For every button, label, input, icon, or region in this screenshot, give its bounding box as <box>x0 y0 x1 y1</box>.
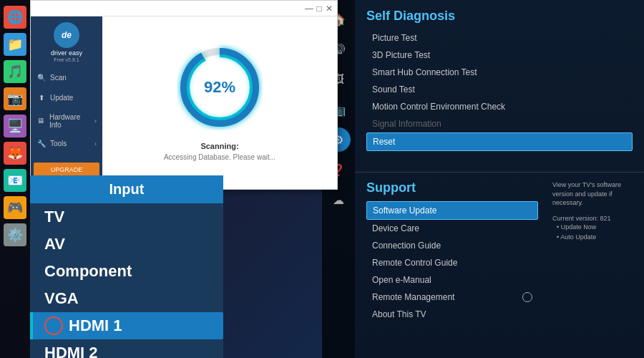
support-connection-guide[interactable]: Connection Guide <box>366 237 538 254</box>
diag-3d-test-label: 3D Picture Test <box>372 50 430 60</box>
support-software-update-label: Software Update <box>373 205 436 216</box>
close-button[interactable]: ✕ <box>324 4 334 14</box>
diag-3d-test[interactable]: 3D Picture Test <box>366 47 633 64</box>
taskbar-icon-3[interactable]: 🎵 <box>4 60 26 83</box>
taskbar-icon-6[interactable]: 🦊 <box>4 142 26 165</box>
scan-icon: 🔍 <box>36 73 47 83</box>
support-title: Support <box>366 180 538 195</box>
diag-smart-hub-label: Smart Hub Connection Test <box>372 67 477 77</box>
input-item-hdmi2[interactable]: HDMI 2 <box>30 339 223 358</box>
diag-sound-label: Sound Test <box>372 84 415 95</box>
nav-scan-label: Scan <box>50 74 67 82</box>
input-item-tv[interactable]: TV <box>30 203 223 231</box>
support-version-label: Current version: 821 <box>552 215 633 222</box>
input-hdmi2-label: HDMI 2 <box>44 344 98 358</box>
support-emanual-label: Open e-Manual <box>372 275 431 285</box>
input-av-label: AV <box>44 235 65 253</box>
support-remote-mgmt-label: Remote Management <box>372 292 454 302</box>
progress-percent: 92% <box>204 78 235 97</box>
diag-reset[interactable]: Reset <box>366 132 633 151</box>
taskbar-icon-4[interactable]: 📷 <box>4 87 26 110</box>
nav-hardware-label: Hardware Info <box>49 113 91 129</box>
self-diag-title: Self Diagnosis <box>366 9 633 24</box>
support-remote-label: Remote Control Guide <box>372 258 457 268</box>
input-menu-header: Input <box>30 175 223 203</box>
taskbar-icon-9[interactable]: ⚙️ <box>4 223 26 246</box>
input-hdmi1-label: HDMI 1 <box>69 316 122 335</box>
support-remote-guide[interactable]: Remote Control Guide <box>366 254 538 271</box>
support-about-label: About This TV <box>372 309 426 319</box>
support-connection-label: Connection Guide <box>372 241 441 251</box>
support-panel: Support Software Update Device Care Conn… <box>355 172 644 358</box>
nav-scan[interactable]: 🔍 Scan <box>31 68 102 88</box>
input-item-vga[interactable]: VGA <box>30 285 223 312</box>
support-device-care[interactable]: Device Care <box>366 220 538 237</box>
input-component-label: Component <box>44 262 132 281</box>
maximize-button[interactable]: □ <box>314 4 324 14</box>
tv-panel: 🏠 🔊 🖼 📺 ⚙ ❓ ☁ Self Diagnosis Picture Tes… <box>322 0 644 358</box>
input-item-av[interactable]: AV <box>30 231 223 258</box>
diag-picture-test-label: Picture Test <box>372 33 416 43</box>
nav-hardware[interactable]: 🖥 Hardware Info › <box>31 108 102 134</box>
scanning-label: Scanning: <box>200 142 238 150</box>
tools-icon: 🔧 <box>36 139 47 149</box>
circle-progress: 92% <box>177 44 263 130</box>
hardware-arrow: › <box>94 117 97 125</box>
input-item-hdmi1[interactable]: HDMI 1 <box>30 312 223 339</box>
de-version: Free v5.8.1 <box>36 57 97 62</box>
taskbar-left: 🌐 📁 🎵 📷 🖥️ 🦊 📧 🎮 ⚙️ <box>0 0 30 358</box>
de-logo-circle: de <box>54 22 79 48</box>
input-menu: Input TV AV Component VGA HDMI 1 HDMI 2 <box>30 175 223 358</box>
tv-icon-cloud[interactable]: ☁ <box>326 188 351 212</box>
diag-smart-hub[interactable]: Smart Hub Connection Test <box>366 64 633 81</box>
input-tv-label: TV <box>44 208 64 226</box>
de-sidebar: de driver easy Free v5.8.1 🔍 Scan ⬆ Upda… <box>31 16 102 189</box>
input-item-component[interactable]: Component <box>30 258 223 285</box>
input-vga-label: VGA <box>44 289 79 308</box>
self-diag-panel: Self Diagnosis Picture Test 3D Picture T… <box>355 0 644 172</box>
driver-easy-window: — □ ✕ de driver easy Free v5.8.1 🔍 Scan … <box>30 0 338 190</box>
nav-tools[interactable]: 🔧 Tools › <box>31 134 102 154</box>
diag-reset-label: Reset <box>373 137 395 147</box>
support-about-tv[interactable]: About This TV <box>366 306 538 323</box>
support-device-care-label: Device Care <box>372 223 419 233</box>
support-remote-management[interactable]: Remote Management <box>366 289 538 306</box>
support-right: View your TV's software version and upda… <box>547 180 633 349</box>
support-emanual[interactable]: Open e-Manual <box>366 271 538 289</box>
diag-picture-test[interactable]: Picture Test <box>366 29 633 47</box>
hdmi1-circle <box>44 316 63 335</box>
diag-motion-label: Motion Control Environment Check <box>372 102 505 112</box>
taskbar-icon-8[interactable]: 🎮 <box>4 196 26 219</box>
support-left: Support Software Update Device Care Conn… <box>366 180 538 349</box>
toggle-remote-mgmt[interactable] <box>522 292 532 302</box>
support-bullet-1[interactable]: • Update Now <box>552 222 633 232</box>
taskbar-icon-7[interactable]: 📧 <box>4 169 26 192</box>
taskbar-icon-2[interactable]: 📁 <box>4 33 26 56</box>
de-titlebar: — □ ✕ <box>31 1 337 16</box>
diag-signal: Signal Information <box>366 115 633 132</box>
minimize-button[interactable]: — <box>304 4 314 14</box>
desktop: 🌐 📁 🎵 📷 🖥️ 🦊 📧 🎮 ⚙️ — □ ✕ de driver easy… <box>0 0 644 358</box>
nav-update[interactable]: ⬆ Update <box>31 88 102 108</box>
diag-sound-test[interactable]: Sound Test <box>366 81 633 98</box>
de-logo-text: driver easy <box>36 49 97 57</box>
update-icon: ⬆ <box>36 93 47 103</box>
de-body: de driver easy Free v5.8.1 🔍 Scan ⬆ Upda… <box>31 16 337 189</box>
de-main: 92% Scanning: Accessing Database. Please… <box>102 16 337 189</box>
taskbar-icon-1[interactable]: 🌐 <box>4 6 26 29</box>
diag-motion[interactable]: Motion Control Environment Check <box>366 98 633 115</box>
nav-tools-label: Tools <box>50 140 67 147</box>
support-side-text: View your TV's software version and upda… <box>552 180 633 208</box>
nav-update-label: Update <box>50 94 73 102</box>
upgrade-line1: UPGRADE <box>36 166 97 175</box>
de-logo: de driver easy Free v5.8.1 <box>31 16 102 68</box>
de-logo-letters: de <box>62 30 72 40</box>
hardware-icon: 🖥 <box>36 116 46 126</box>
diag-signal-label: Signal Information <box>372 119 441 129</box>
support-software-update[interactable]: Software Update <box>366 201 538 220</box>
scanning-sub: Accessing Database. Please wait... <box>164 153 275 161</box>
tools-arrow: › <box>94 140 97 147</box>
taskbar-icon-5[interactable]: 🖥️ <box>4 115 26 137</box>
support-bullet-2[interactable]: • Auto Update <box>552 232 633 242</box>
